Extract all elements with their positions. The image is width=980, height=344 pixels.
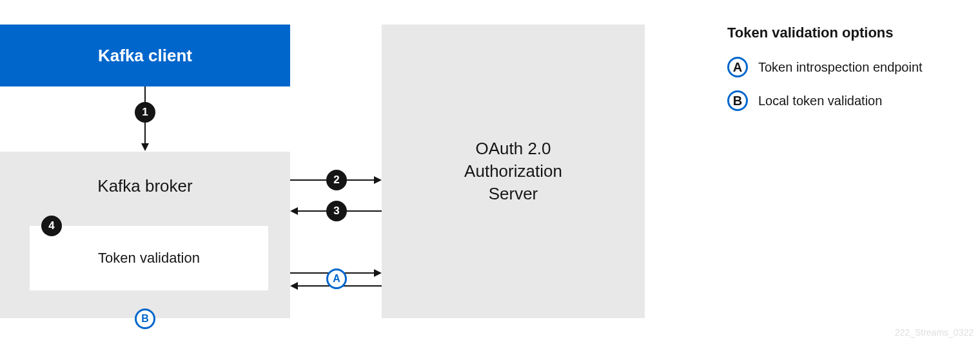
step-3-badge: 3 bbox=[326, 201, 347, 221]
option-a-badge: A bbox=[326, 268, 347, 289]
step-1-number: 1 bbox=[142, 106, 148, 119]
oauth-server-box: OAuth 2.0 Authorization Server bbox=[382, 25, 645, 318]
legend-text-a: Token introspection endpoint bbox=[758, 60, 923, 75]
watermark: 222_Streams_0322 bbox=[895, 327, 974, 338]
kafka-broker-label: Kafka broker bbox=[97, 176, 192, 196]
legend-title: Token validation options bbox=[727, 25, 923, 41]
step-2-badge: 2 bbox=[326, 170, 347, 190]
kafka-broker-box: Kafka broker Token validation bbox=[0, 152, 290, 318]
arrow-a-head-right bbox=[374, 269, 382, 277]
kafka-client-label: Kafka client bbox=[98, 46, 192, 66]
legend-item-b: B Local token validation bbox=[727, 90, 923, 111]
oauth-line1: OAuth 2.0 bbox=[475, 139, 551, 158]
step-2-number: 2 bbox=[333, 174, 339, 187]
oauth-line2: Authorization bbox=[464, 161, 562, 181]
token-validation-box: Token validation bbox=[30, 226, 268, 290]
step-3-number: 3 bbox=[333, 205, 339, 218]
step-1-badge: 1 bbox=[135, 102, 155, 123]
kafka-client-box: Kafka client bbox=[0, 25, 290, 86]
option-a-letter: A bbox=[333, 273, 340, 285]
step-4-badge: 4 bbox=[41, 216, 62, 236]
legend-letter-b: B bbox=[733, 94, 742, 108]
step-4-number: 4 bbox=[48, 219, 54, 232]
token-validation-label: Token validation bbox=[98, 250, 200, 267]
legend-badge-b: B bbox=[727, 90, 748, 111]
legend-item-a: A Token introspection endpoint bbox=[727, 57, 923, 77]
option-b-letter: B bbox=[141, 313, 149, 325]
legend: Token validation options A Token introsp… bbox=[727, 25, 923, 124]
arrow-1-head bbox=[141, 143, 149, 151]
legend-text-b: Local token validation bbox=[758, 94, 882, 108]
oauth-line3: Server bbox=[489, 184, 538, 203]
arrow-3-head bbox=[290, 207, 298, 215]
legend-badge-a: A bbox=[727, 57, 748, 77]
oauth-server-label: OAuth 2.0 Authorization Server bbox=[464, 137, 562, 205]
arrow-a-head-left bbox=[290, 282, 298, 290]
arrow-2-head bbox=[374, 176, 382, 184]
legend-letter-a: A bbox=[733, 60, 742, 75]
option-b-badge: B bbox=[135, 309, 155, 329]
